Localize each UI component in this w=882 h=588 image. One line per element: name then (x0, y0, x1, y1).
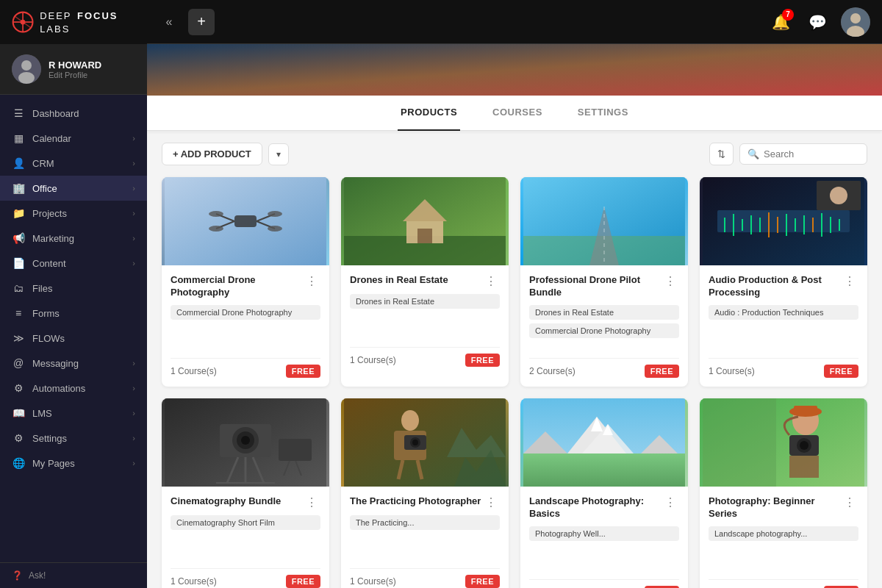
content-icon: 📄 (12, 257, 25, 269)
product-card-body: Drones in Real Estate ⋮ Drones in Real E… (341, 265, 509, 376)
sidebar-item-marketing[interactable]: 📢 Marketing › (0, 226, 147, 251)
my-pages-icon: 🌐 (12, 457, 25, 469)
profile-name: R HOWARD (49, 60, 135, 71)
content-area: PRODUCTS COURSES SETTINGS + ADD PRODUCT … (147, 44, 882, 588)
product-menu-button[interactable]: ⋮ (662, 274, 679, 288)
price-badge: FREE (645, 586, 679, 588)
product-footer: 1 Course(s) FREE (171, 568, 320, 588)
sidebar-item-flows[interactable]: ≫ FLOWs (0, 326, 147, 351)
sort-icon: ⇅ (717, 148, 725, 159)
ask-button[interactable]: ❓ Ask! (0, 562, 147, 588)
product-image-drones-real-estate (341, 177, 509, 265)
product-tag: Audio : Production Techniques (709, 305, 858, 320)
sidebar-item-files[interactable]: 🗂 Files (0, 276, 147, 301)
sidebar-logo: DEEP FOCUS LABS (0, 0, 147, 44)
product-menu-button[interactable]: ⋮ (841, 495, 858, 509)
profile-edit-link[interactable]: Edit Profile (49, 71, 135, 79)
price-badge: FREE (465, 575, 500, 588)
svg-point-62 (401, 410, 419, 431)
sidebar-item-automations[interactable]: ⚙ Automations › (0, 376, 147, 401)
add-product-button[interactable]: + ADD PRODUCT (162, 143, 262, 165)
tabs-bar: PRODUCTS COURSES SETTINGS (147, 96, 882, 131)
product-tags: Photography Well... (529, 526, 679, 570)
chevron-icon: › (132, 134, 135, 143)
product-title: Commercial Drone Photography (171, 274, 303, 299)
automations-icon: ⚙ (12, 382, 25, 394)
tab-products[interactable]: PRODUCTS (398, 96, 460, 131)
product-image-landscape-photography (520, 398, 688, 487)
chevron-icon: › (132, 409, 135, 417)
product-tag: Drones in Real Estate (529, 305, 679, 320)
profile-section[interactable]: R HOWARD Edit Profile (0, 44, 147, 95)
product-title: Landscape Photography: Basics (529, 495, 662, 520)
message-icon: 💬 (808, 14, 827, 30)
product-tag: Landscape photography... (709, 526, 858, 541)
sidebar-item-content[interactable]: 📄 Content › (0, 251, 147, 276)
product-card-commercial-drone: Commercial Drone Photography ⋮ Commercia… (162, 177, 329, 387)
sidebar-item-calendar[interactable]: ▦ Calendar › (0, 126, 147, 151)
svg-point-85 (800, 441, 808, 450)
projects-icon: 📁 (12, 207, 25, 219)
sidebar-item-label-dashboard: Dashboard (32, 108, 79, 119)
quick-add-button[interactable]: + (188, 9, 215, 35)
product-menu-button[interactable]: ⋮ (841, 274, 858, 288)
svg-rect-86 (789, 456, 819, 478)
product-menu-button[interactable]: ⋮ (482, 495, 500, 509)
products-grid: Commercial Drone Photography ⋮ Commercia… (162, 177, 867, 588)
profile-info: R HOWARD Edit Profile (49, 60, 135, 79)
chevron-down-icon: ▾ (276, 149, 281, 159)
main-area: « + 🔔 7 💬 (147, 0, 882, 588)
sidebar-item-forms[interactable]: ≡ Forms (0, 301, 147, 326)
search-input[interactable] (764, 148, 859, 159)
product-menu-button[interactable]: ⋮ (482, 274, 500, 288)
sidebar-nav: ☰ Dashboard ▦ Calendar › 👤 CRM › 🏢 Offic… (0, 95, 147, 562)
notifications-button[interactable]: 🔔 7 (767, 9, 794, 35)
sidebar-item-my-pages[interactable]: 🌐 My Pages › (0, 451, 147, 476)
calendar-icon: ▦ (12, 132, 25, 144)
ask-label: Ask! (29, 570, 46, 581)
sidebar-item-office[interactable]: 🏢 Office › (0, 176, 147, 201)
product-title: Professional Drone Pilot Bundle (529, 274, 662, 299)
sidebar-item-lms[interactable]: 📖 LMS › (0, 401, 147, 426)
user-avatar-topbar[interactable] (841, 7, 870, 37)
product-tag: Photography Well... (529, 526, 679, 541)
product-menu-button[interactable]: ⋮ (303, 274, 320, 288)
svg-rect-87 (703, 398, 776, 487)
collapse-sidebar-button[interactable]: « (159, 12, 179, 32)
product-title: Cinematography Bundle (171, 495, 303, 508)
sidebar-item-label-calendar: Calendar (32, 133, 71, 144)
svg-point-18 (209, 211, 223, 217)
product-menu-button[interactable]: ⋮ (303, 495, 320, 509)
filter-dropdown-button[interactable]: ▾ (268, 143, 289, 165)
sidebar-item-projects[interactable]: 📁 Projects › (0, 201, 147, 226)
topbar-left: « + (159, 9, 215, 35)
sort-button[interactable]: ⇅ (709, 143, 734, 165)
product-menu-button[interactable]: ⋮ (662, 495, 679, 509)
messages-button[interactable]: 💬 (804, 9, 831, 35)
settings-icon: ⚙ (12, 432, 25, 444)
svg-rect-11 (147, 44, 882, 96)
sidebar-item-messaging[interactable]: @ Messaging › (0, 351, 147, 376)
product-footer: 1 Course(s) FREE (529, 579, 679, 588)
courses-count: 1 Course(s) (350, 355, 396, 365)
sidebar-item-settings[interactable]: ⚙ Settings › (0, 426, 147, 451)
tab-settings[interactable]: SETTINGS (575, 96, 631, 131)
svg-point-20 (209, 226, 223, 232)
sidebar-item-dashboard[interactable]: ☰ Dashboard (0, 101, 147, 126)
sidebar-item-crm[interactable]: 👤 CRM › (0, 151, 147, 176)
product-image-audio-production (700, 177, 867, 265)
product-card-drones-real-estate: Drones in Real Estate ⋮ Drones in Real E… (341, 177, 509, 387)
sidebar-item-label-content: Content (32, 258, 66, 269)
svg-rect-13 (234, 215, 257, 227)
chevron-icon: › (132, 159, 135, 168)
product-tags: Commercial Drone Photography (171, 305, 320, 349)
tab-courses[interactable]: COURSES (490, 96, 545, 131)
product-card-body: Professional Drone Pilot Bundle ⋮ Drones… (520, 265, 688, 387)
products-toolbar: + ADD PRODUCT ▾ ⇅ 🔍 (162, 143, 867, 165)
product-image-professional-drone (520, 177, 688, 265)
product-title: Drones in Real Estate (350, 274, 482, 287)
product-card-photography-beginner: Photography: Beginner Series ⋮ Landscape… (700, 398, 867, 588)
sidebar-item-label-forms: Forms (32, 308, 60, 319)
product-card-body: Landscape Photography: Basics ⋮ Photogra… (520, 487, 688, 588)
product-card-audio-production: Audio Production & Post Processing ⋮ Aud… (700, 177, 867, 387)
